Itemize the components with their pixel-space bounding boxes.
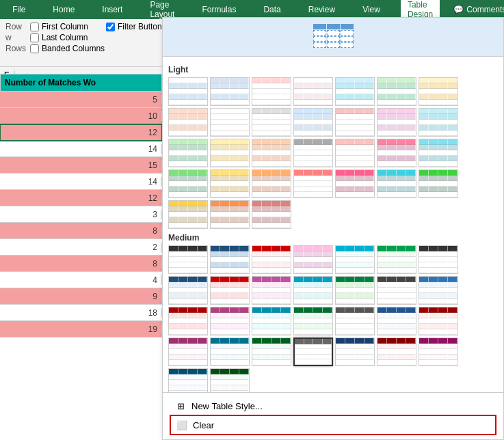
style-item[interactable] <box>293 169 333 198</box>
style-item[interactable] <box>210 307 250 335</box>
style-item[interactable] <box>293 77 333 106</box>
data-cell-value: 2 <box>0 243 162 252</box>
tab-home[interactable]: Home <box>46 2 81 17</box>
first-column-checkbox[interactable]: First Column <box>30 22 88 31</box>
table-row: 5 <box>0 92 162 108</box>
style-item[interactable] <box>210 338 250 366</box>
style-item[interactable] <box>252 200 291 229</box>
style-item[interactable] <box>377 77 416 106</box>
eraser-icon: ⬜ <box>176 420 187 430</box>
style-item[interactable] <box>335 338 375 366</box>
comments-button[interactable]: 💬 Comments <box>453 5 504 14</box>
style-item[interactable] <box>252 77 291 106</box>
last-column-checkbox[interactable]: Last Column <box>30 33 88 42</box>
tab-data[interactable]: Data <box>256 2 287 17</box>
style-item[interactable] <box>168 200 208 229</box>
style-item[interactable] <box>252 307 291 335</box>
style-item[interactable] <box>252 169 291 198</box>
style-item[interactable] <box>293 108 333 137</box>
style-item[interactable] <box>419 108 458 137</box>
style-item[interactable] <box>168 139 208 167</box>
style-item[interactable] <box>419 169 458 198</box>
style-item[interactable] <box>419 245 458 274</box>
tab-insert[interactable]: Insert <box>95 2 129 17</box>
style-item[interactable] <box>377 276 416 305</box>
banded-columns-checkbox[interactable]: Banded Columns <box>30 44 105 53</box>
style-item[interactable] <box>335 276 375 305</box>
filter-button-input[interactable] <box>106 23 115 31</box>
style-item[interactable] <box>293 245 333 274</box>
style-item[interactable] <box>335 245 375 274</box>
tab-formulas[interactable]: Formulas <box>195 2 243 17</box>
style-item[interactable] <box>168 108 208 137</box>
style-item[interactable] <box>168 338 208 366</box>
data-cell-value: 10 <box>0 111 162 121</box>
style-item[interactable] <box>210 200 250 229</box>
style-item[interactable] <box>419 338 458 366</box>
style-item[interactable] <box>293 276 333 305</box>
style-item[interactable] <box>335 307 375 335</box>
style-item[interactable] <box>168 368 208 392</box>
table-style-dropdown: LightMedium ⊞ New Table Style... ⬜ Clear <box>162 17 504 440</box>
spreadsheet: Number of Matches Wo 5101214151412382849… <box>0 74 162 440</box>
style-item[interactable] <box>210 77 250 106</box>
style-item[interactable] <box>335 77 375 106</box>
style-grid-medium <box>168 245 498 392</box>
data-cell-value: 14 <box>0 144 162 154</box>
new-table-style-button[interactable]: ⊞ New Table Style... <box>170 397 496 415</box>
style-item[interactable] <box>168 169 208 198</box>
style-item[interactable] <box>377 338 416 366</box>
style-item[interactable] <box>168 307 208 335</box>
row-label-2: w <box>5 33 26 42</box>
style-item[interactable] <box>210 276 250 305</box>
style-item[interactable] <box>377 307 416 335</box>
style-item[interactable] <box>335 169 375 198</box>
tab-view[interactable]: View <box>356 2 387 17</box>
style-item[interactable] <box>252 245 291 274</box>
tab-review[interactable]: Review <box>302 2 342 17</box>
style-item[interactable] <box>293 139 333 167</box>
style-item[interactable] <box>419 139 458 167</box>
style-item[interactable] <box>419 276 458 305</box>
data-cell-value: 12 <box>0 193 162 203</box>
data-cell-value: 12 <box>0 128 162 137</box>
style-item[interactable] <box>377 245 416 274</box>
style-item[interactable] <box>335 139 375 167</box>
clear-button[interactable]: ⬜ Clear <box>170 415 496 435</box>
first-column-label: First Column <box>42 22 88 31</box>
style-item[interactable] <box>210 139 250 167</box>
style-item[interactable] <box>377 169 416 198</box>
banded-columns-label: Banded Columns <box>42 44 105 53</box>
style-item[interactable] <box>293 338 333 366</box>
tab-file[interactable]: File <box>5 2 32 17</box>
style-item[interactable] <box>252 139 291 167</box>
style-item[interactable] <box>168 276 208 305</box>
style-item[interactable] <box>293 307 333 335</box>
last-column-input[interactable] <box>30 33 39 42</box>
style-item[interactable] <box>210 108 250 137</box>
filter-button-checkbox[interactable]: Filter Button <box>106 22 162 31</box>
style-item[interactable] <box>252 276 291 305</box>
style-item[interactable] <box>168 77 208 106</box>
table-row: 15 <box>0 157 162 174</box>
data-cell-value: 18 <box>0 308 162 318</box>
style-item[interactable] <box>377 108 416 137</box>
style-item[interactable] <box>252 338 291 366</box>
style-item[interactable] <box>168 245 208 274</box>
data-cell-value: 19 <box>0 325 162 334</box>
first-column-input[interactable] <box>30 23 39 31</box>
preview-table <box>313 23 354 51</box>
style-item[interactable] <box>335 108 375 137</box>
table-row: 18 <box>0 305 162 321</box>
style-item[interactable] <box>377 139 416 167</box>
data-rows: 51012141514123828491819 <box>0 92 162 338</box>
style-item[interactable] <box>210 368 250 392</box>
style-item[interactable] <box>419 307 458 335</box>
data-cell-value: 3 <box>0 210 162 219</box>
banded-columns-input[interactable] <box>30 44 39 53</box>
style-item[interactable] <box>252 108 291 137</box>
style-item[interactable] <box>419 77 458 106</box>
styles-scrollable[interactable]: LightMedium <box>163 57 503 392</box>
style-item[interactable] <box>210 245 250 274</box>
style-item[interactable] <box>210 169 250 198</box>
